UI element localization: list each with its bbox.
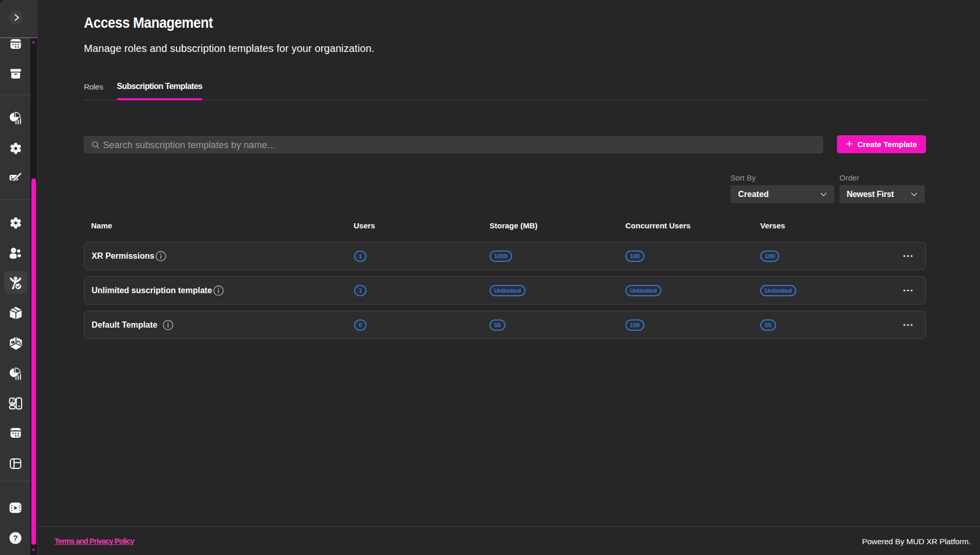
svg-text:?: ? — [13, 534, 18, 542]
